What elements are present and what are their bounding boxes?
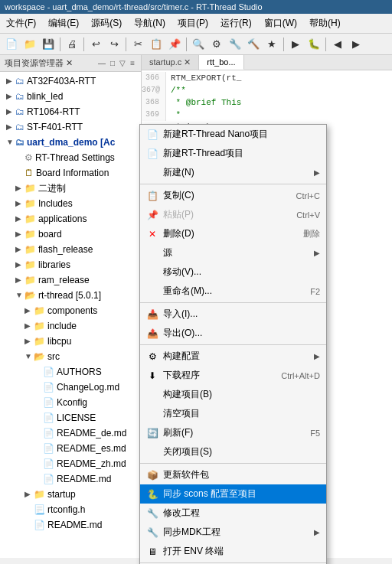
toolbar-copy[interactable]: 📋	[148, 36, 165, 53]
tree-rt1064[interactable]: ▶ 🗂 RT1064-RTT	[0, 104, 141, 119]
panel-menu-icon[interactable]: ≡	[129, 58, 136, 68]
tree-arrow-rtconfig	[24, 503, 34, 517]
ctx-download[interactable]: ⬇ 下载程序 Ctrl+Alt+D	[140, 366, 326, 385]
tree-libcpu[interactable]: ▶ 📁 libcpu	[0, 334, 141, 349]
toolbar-wrench[interactable]: 🔧	[227, 36, 243, 53]
tree-board[interactable]: ▶ 📁 board	[0, 227, 141, 242]
toolbar-star[interactable]: ★	[263, 36, 280, 53]
ctx-sync-scons[interactable]: 🐍 同步 scons 配置至项目	[140, 484, 326, 504]
tree-arrow-changelog	[34, 380, 43, 394]
menu-help[interactable]: 帮助(H)	[306, 15, 344, 31]
ctx-source-icon	[146, 247, 158, 259]
ctx-refresh[interactable]: 🔄 刷新(F) F5	[140, 423, 326, 442]
toolbar-save[interactable]: 💾	[40, 36, 57, 53]
toolbar-forward[interactable]: ▶	[348, 36, 364, 53]
tree-license[interactable]: 📄 LICENSE	[0, 410, 141, 425]
toolbar-search[interactable]: 🔍	[190, 36, 207, 53]
panel-maximize-icon[interactable]: □	[109, 58, 116, 68]
menu-file[interactable]: 文件(F)	[3, 15, 39, 31]
tree-kconfig[interactable]: 📄 Kconfig	[0, 395, 141, 410]
ctx-move[interactable]: 移动(V)...	[140, 262, 326, 282]
tree-rtthread[interactable]: ▼ 📂 rt-thread [5.0.1]	[0, 288, 141, 303]
toolbar-gear[interactable]: ⚙	[208, 36, 225, 53]
ctx-sync-mdk[interactable]: 🔧 同步MDK工程 ▶	[140, 523, 326, 542]
tree-stf401[interactable]: ▶ 🗂 ST-F401-RTT	[0, 119, 141, 135]
ctx-build-project[interactable]: 构建项目(B)	[140, 385, 326, 404]
toolbar-print[interactable]: 🖨	[64, 36, 80, 53]
ctx-delete[interactable]: ✕ 删除(D) 删除	[140, 224, 326, 243]
folder-icon-include: 📁	[34, 319, 45, 333]
menu-window[interactable]: 窗口(W)	[261, 15, 300, 31]
ctx-clean[interactable]: 清空项目	[140, 404, 326, 423]
toolbar-back[interactable]: ◀	[329, 36, 346, 53]
ctx-fix-project-left: 🔧 修改工程	[146, 507, 200, 520]
tree-include[interactable]: ▶ 📁 include	[0, 318, 141, 334]
tree-settings[interactable]: ⚙ RT-Thread Settings	[0, 150, 141, 165]
ctx-import[interactable]: 📥 导入(I)...	[140, 305, 326, 324]
ctx-close[interactable]: 关闭项目(S)	[140, 442, 326, 461]
tree-blink[interactable]: ▶ 🗂 blink_led	[0, 89, 141, 104]
menu-source[interactable]: 源码(S)	[88, 15, 125, 31]
tree-readme-es[interactable]: 📄 README_es.md	[0, 441, 141, 456]
ctx-close-label: 关闭项目(S)	[163, 445, 212, 458]
ctx-paste-label: 粘贴(P)	[163, 208, 194, 221]
ctx-build-config[interactable]: ⚙ 构建配置 ▶	[140, 347, 326, 366]
toolbar-sep2	[83, 37, 84, 51]
line-num-367: 367@	[142, 84, 166, 96]
ctx-open-env[interactable]: 🖥 打开 ENV 终端	[140, 542, 326, 561]
tree-at32[interactable]: ▶ 🗂 AT32F403A-RTT	[0, 73, 141, 89]
toolbar-cut[interactable]: ✂	[129, 36, 146, 53]
ctx-div1	[140, 184, 326, 184]
ctx-export[interactable]: 📤 导出(O)...	[140, 324, 326, 343]
tree-flash[interactable]: ▶ 📁 flash_release	[0, 242, 141, 257]
panel-close-icon[interactable]: ▽	[118, 58, 127, 68]
tree-components[interactable]: ▶ 📁 components	[0, 303, 141, 318]
menu-edit[interactable]: 编辑(E)	[45, 15, 82, 31]
ctx-new-rtt[interactable]: 📄 新建RT-Thread项目	[140, 144, 326, 163]
toolbar-undo[interactable]: ↩	[87, 36, 104, 53]
tab-rtt-bo[interactable]: rtt_bo...	[199, 55, 243, 70]
tree-readmeroot[interactable]: 📄 README.md	[0, 517, 141, 533]
tree-libraries[interactable]: ▶ 📁 libraries	[0, 257, 141, 272]
tree-src[interactable]: ▼ 📂 src	[0, 349, 141, 364]
ctx-div2	[140, 302, 326, 303]
menu-run[interactable]: 运行(R)	[217, 15, 255, 31]
menu-project[interactable]: 项目(P)	[175, 15, 211, 31]
tree-authors[interactable]: 📄 AUTHORS	[0, 364, 141, 380]
tree-boardinfo[interactable]: 🗒 Board Information	[0, 165, 141, 181]
ctx-delete-left: ✕ 删除(D)	[146, 227, 194, 240]
toolbar-open[interactable]: 📁	[21, 36, 38, 53]
ctx-paste[interactable]: 📌 粘贴(P) Ctrl+V	[140, 205, 326, 224]
ctx-fix-project[interactable]: 🔧 修改工程	[140, 504, 326, 523]
tree-readme-zh[interactable]: 📄 README_zh.md	[0, 456, 141, 471]
ctx-update-pkg[interactable]: 📦 更新软件包	[140, 465, 326, 484]
toolbar-paste[interactable]: 📌	[166, 36, 183, 53]
tree-binary[interactable]: ▶ 📁 二进制	[0, 181, 141, 196]
tree-readme[interactable]: 📄 README.md	[0, 471, 141, 487]
tree-rtconfig[interactable]: 📃 rtconfig.h	[0, 502, 141, 517]
tree-startup[interactable]: ▶ 📁 startup	[0, 487, 141, 502]
ctx-copy[interactable]: 📋 复制(C) Ctrl+C	[140, 186, 326, 205]
ctx-import-label: 导入(I)...	[163, 308, 198, 321]
tree-applications[interactable]: ▶ 📁 applications	[0, 211, 141, 227]
tree-label-libcpu: libcpu	[47, 334, 71, 348]
panel-minimize-icon[interactable]: —	[96, 58, 107, 68]
toolbar-redo[interactable]: ↪	[106, 36, 122, 53]
ctx-source[interactable]: 源 ▶	[140, 243, 326, 262]
toolbar-hammer[interactable]: 🔨	[245, 36, 262, 53]
title-bar: workspace - uart_dma_demo/rt-thread/src/…	[0, 0, 392, 14]
menu-nav[interactable]: 导航(N)	[131, 15, 168, 31]
tree-readme-de[interactable]: 📄 README_de.md	[0, 425, 141, 441]
tab-startup[interactable]: startup.c ✕	[142, 55, 199, 70]
toolbar-run[interactable]: ▶	[287, 36, 304, 53]
ctx-rename[interactable]: 重命名(M)... F2	[140, 282, 326, 301]
tree-includes[interactable]: ▶ 📁 Includes	[0, 196, 141, 211]
ctx-new[interactable]: 新建(N) ▶	[140, 163, 326, 182]
tree-ram[interactable]: ▶ 📁 ram_release	[0, 272, 141, 288]
toolbar-debug[interactable]: 🐛	[305, 36, 322, 53]
folder-icon-rtthread: 📂	[24, 289, 36, 302]
toolbar-new[interactable]: 📄	[3, 36, 20, 53]
tree-uart[interactable]: ▼ 🗂 uart_dma_demo [Ac	[0, 135, 141, 150]
ctx-new-nano[interactable]: 📄 新建RT-Thread Nano项目	[140, 125, 326, 144]
tree-changelog[interactable]: 📄 ChangeLog.md	[0, 380, 141, 395]
